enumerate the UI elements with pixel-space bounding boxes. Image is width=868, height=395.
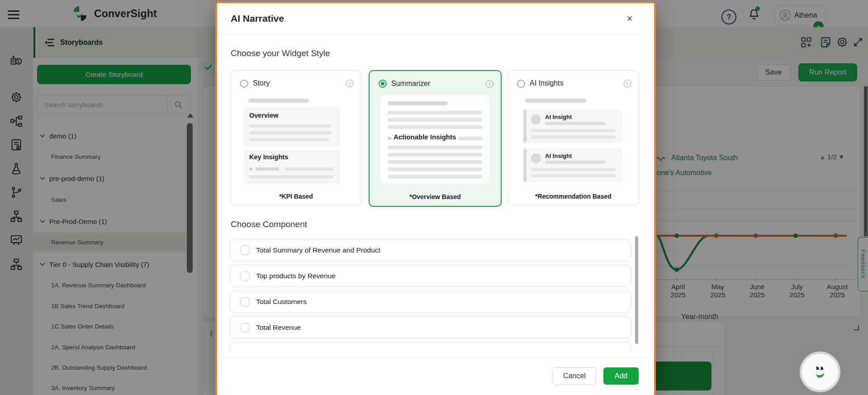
component-checkbox[interactable] <box>241 271 250 281</box>
component-list-scrollbar-thumb[interactable] <box>635 236 638 344</box>
ai-insights-info-icon[interactable]: i <box>624 80 631 87</box>
component-checkbox[interactable] <box>241 323 250 332</box>
component-row[interactable]: Total Customers <box>230 290 631 313</box>
summarizer-label: Summarizer <box>391 80 430 88</box>
story-thumb-key-insights: Key Insights <box>244 150 340 184</box>
app-root: ConverSight ? Athena ▼ <box>0 0 868 395</box>
summarizer-highlight: Actionable Insights <box>394 133 456 141</box>
style-card-story[interactable]: Story i Overview Key Insights *KPI Based <box>231 70 361 206</box>
assistant-chat-button[interactable] <box>800 352 840 392</box>
ai-insight-title: AI Insight <box>545 114 572 120</box>
story-label: Story <box>253 79 270 87</box>
component-checkbox[interactable] <box>241 246 250 255</box>
ai-insight-block: AI Insight <box>523 109 623 143</box>
story-section-overview: Overview <box>249 112 279 119</box>
widget-style-heading: Choose your Widget Style <box>231 48 330 58</box>
summarizer-info-icon[interactable]: i <box>486 80 493 88</box>
close-icon[interactable]: ✕ <box>623 12 636 25</box>
insight-avatar <box>531 153 541 163</box>
modal-footer-divider <box>217 357 654 358</box>
modal-header-divider <box>217 34 654 34</box>
component-row[interactable]: Top products by Revenue <box>230 265 631 287</box>
ai-insight-block: AI Insight <box>523 148 623 182</box>
story-thumb-overview: Overview <box>244 108 340 147</box>
story-caption: *KPI Based <box>231 193 361 200</box>
ai-insights-radio[interactable] <box>517 80 525 88</box>
insight-avatar <box>531 114 541 124</box>
component-row[interactable]: Total Revenue <box>230 316 631 338</box>
summarizer-radio[interactable] <box>379 80 387 88</box>
thumb-bar <box>248 99 309 103</box>
cancel-button[interactable]: Cancel <box>553 367 596 385</box>
story-radio[interactable] <box>240 80 248 88</box>
summarizer-caption: *Overview Based <box>370 193 501 200</box>
style-card-ai-insights[interactable]: AI Insights i AI Insight AI Insight *Rec… <box>508 70 639 206</box>
ai-insight-title: AI Insight <box>545 152 572 159</box>
modal-title: AI Narrative <box>231 13 284 24</box>
conversight-mark-icon <box>810 362 830 382</box>
component-checkbox[interactable] <box>241 297 250 306</box>
ai-insights-label: AI Insights <box>530 79 564 87</box>
story-section-key-insights: Key Insights <box>249 153 288 161</box>
summarizer-thumb: Actionable Insights <box>381 95 489 184</box>
story-info-icon[interactable]: i <box>346 80 354 87</box>
ai-narrative-modal: AI Narrative ✕ Choose your Widget Style … <box>215 1 656 395</box>
component-heading: Choose Component <box>231 219 307 229</box>
component-row[interactable]: Total Summary of Revenue and Product <box>230 239 631 261</box>
component-row-partial[interactable] <box>230 342 631 351</box>
component-list: Total Summary of Revenue and Product Top… <box>230 239 631 351</box>
style-card-summarizer[interactable]: Summarizer i Actionable Insights *Overvi… <box>369 70 502 207</box>
add-button[interactable]: Add <box>603 367 639 385</box>
ai-insights-caption: *Recommendation Based <box>508 193 639 200</box>
